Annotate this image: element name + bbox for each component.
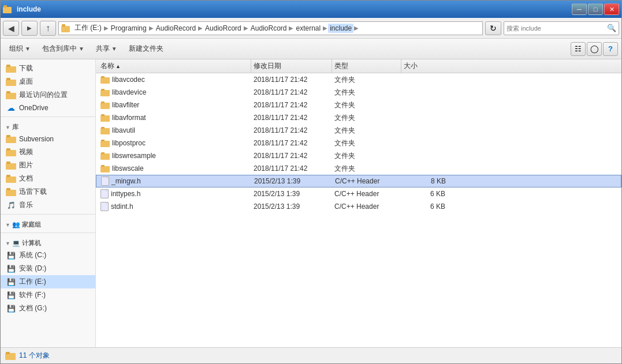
drive-d-icon: 💾: [5, 264, 17, 273]
file-icon: [100, 189, 109, 198]
table-row[interactable]: libswscale 2018/11/17 21:42 文件夹: [96, 162, 621, 175]
search-box[interactable]: 🔍: [504, 21, 619, 35]
table-row[interactable]: libswresample 2018/11/17 21:42 文件夹: [96, 149, 621, 162]
col-header-name[interactable]: 名称 ▲: [98, 59, 251, 73]
xunlei-icon: [5, 187, 17, 197]
table-row[interactable]: libavdevice 2018/11/17 21:42 文件夹: [96, 86, 621, 99]
onedrive-icon: ☁: [5, 103, 17, 112]
path-text-1[interactable]: Programing: [109, 24, 148, 33]
table-row[interactable]: stdint.h 2015/2/13 1:39 C/C++ Header 6 K…: [96, 200, 621, 213]
sidebar-section-computer[interactable]: ▼ 💻 计算机: [1, 235, 95, 249]
back-button[interactable]: ◀: [3, 21, 19, 36]
table-row[interactable]: _mingw.h 2015/2/13 1:39 C/C++ Header 8 K…: [96, 175, 621, 187]
path-text-2[interactable]: AudioRecord: [154, 24, 198, 33]
sidebar-item-pictures[interactable]: 图片: [1, 159, 95, 172]
path-segment-1[interactable]: Programing ▶: [109, 24, 154, 33]
search-input[interactable]: [506, 25, 607, 32]
sidebar-section-homegroup[interactable]: ▼ 👥 家庭组: [1, 217, 95, 230]
sidebar-item-music[interactable]: 🎵 音乐: [1, 198, 95, 212]
sidebar-item-recent[interactable]: 最近访问的位置: [1, 88, 95, 102]
path-text-5[interactable]: external: [294, 24, 322, 33]
up-button[interactable]: ↑: [40, 21, 56, 36]
search-icon[interactable]: 🔍: [607, 24, 616, 32]
address-path[interactable]: 工作 (E:) ▶ Programing ▶ AudioRecord ▶ Aud…: [58, 21, 483, 35]
organize-button[interactable]: 组织 ▼: [4, 41, 36, 57]
sidebar-divider-3: [1, 232, 95, 233]
file-name: inttypes.h: [98, 189, 251, 198]
view-button[interactable]: ☷: [571, 42, 586, 56]
table-row[interactable]: libavfilter 2018/11/17 21:42 文件夹: [96, 99, 621, 111]
help-button[interactable]: ?: [603, 42, 618, 56]
sidebar-item-drive-d[interactable]: 💾 安装 (D:): [1, 262, 95, 275]
path-segment-0[interactable]: 工作 (E:) ▶: [73, 22, 109, 33]
window-title: include: [17, 5, 41, 13]
table-row[interactable]: libavformat 2018/11/17 21:42 文件夹: [96, 111, 621, 124]
address-bar: ◀ ▶ ↑ 工作 (E:) ▶ Programing ▶ AudioRecord…: [1, 18, 621, 39]
include-arrow-icon: ▼: [79, 46, 84, 52]
sidebar-item-xunlei[interactable]: 迅雷下载: [1, 185, 95, 198]
col-header-size[interactable]: 大小: [401, 59, 448, 73]
file-type: 文件夹: [332, 88, 401, 97]
sidebar-item-drive-c[interactable]: 💾 系统 (C:): [1, 249, 95, 262]
close-button[interactable]: ✕: [604, 3, 619, 15]
table-row[interactable]: libavcodec 2018/11/17 21:42 文件夹: [96, 73, 621, 86]
col-header-date[interactable]: 修改日期: [251, 59, 332, 73]
folder-icon: [100, 165, 110, 172]
path-segment-4[interactable]: AudioRcord ▶: [249, 24, 295, 33]
sidebar-item-subversion[interactable]: Subversion: [1, 133, 95, 145]
sidebar-item-downloads[interactable]: 下载: [1, 62, 95, 75]
file-date: 2018/11/17 21:42: [251, 88, 332, 96]
view-toggle-button[interactable]: ◯: [587, 42, 602, 56]
file-size: 6 KB: [401, 190, 448, 198]
sidebar-item-documents[interactable]: 文档: [1, 172, 95, 185]
title-bar-buttons: ─ □ ✕: [572, 3, 619, 15]
sidebar-section-libraries[interactable]: ▼ 库: [1, 119, 95, 133]
path-text-3[interactable]: AudioRcord: [203, 24, 243, 33]
title-bar-folder-icon: [3, 5, 12, 14]
status-count: 11 个对象: [19, 351, 50, 361]
file-size: 8 KB: [402, 177, 448, 185]
include-in-library-button[interactable]: 包含到库中 ▼: [37, 41, 90, 57]
status-bar: 11 个对象: [1, 347, 621, 363]
forward-button[interactable]: ▶: [21, 21, 38, 36]
sidebar-item-video[interactable]: 视频: [1, 145, 95, 159]
path-text-0[interactable]: 工作 (E:): [73, 22, 103, 33]
file-name: libswscale: [98, 164, 251, 172]
new-folder-button[interactable]: 新建文件夹: [124, 41, 169, 57]
table-row[interactable]: inttypes.h 2015/2/13 1:39 C/C++ Header 6…: [96, 187, 621, 200]
file-date: 2018/11/17 21:42: [251, 114, 332, 122]
path-segment-2[interactable]: AudioRecord ▶: [154, 24, 203, 33]
window: include ─ □ ✕ ◀ ▶ ↑ 工作 (E:) ▶ Programing…: [0, 0, 622, 364]
downloads-icon: [5, 64, 17, 73]
status-left: 11 个对象: [5, 351, 50, 361]
share-button[interactable]: 共享 ▼: [91, 41, 122, 57]
path-segment-6[interactable]: include ▶: [328, 24, 359, 33]
sidebar: 下载 桌面 最近访问的位置 ☁ OneDrive ▼ 库: [1, 59, 96, 347]
minimize-button[interactable]: ─: [572, 3, 587, 15]
file-date: 2018/11/17 21:42: [251, 164, 332, 172]
file-date: 2018/11/17 21:42: [251, 152, 332, 160]
file-date: 2018/11/17 21:42: [251, 126, 332, 134]
file-type: 文件夹: [332, 151, 401, 161]
sidebar-item-desktop[interactable]: 桌面: [1, 75, 95, 88]
folder-icon: [100, 89, 110, 96]
path-text-6[interactable]: include: [328, 24, 353, 33]
table-row[interactable]: libpostproc 2018/11/17 21:42 文件夹: [96, 137, 621, 149]
table-row[interactable]: libavutil 2018/11/17 21:42 文件夹: [96, 124, 621, 137]
maximize-button[interactable]: □: [588, 3, 603, 15]
sidebar-item-drive-f[interactable]: 💾 软件 (F:): [1, 288, 95, 302]
refresh-button[interactable]: ↻: [485, 21, 501, 35]
toolbar: 组织 ▼ 包含到库中 ▼ 共享 ▼ 新建文件夹 ☷ ◯ ?: [1, 39, 621, 59]
file-icon: [101, 177, 109, 186]
path-text-4[interactable]: AudioRcord: [249, 24, 289, 33]
sidebar-item-drive-e[interactable]: 💾 工作 (E:): [1, 275, 95, 288]
svg-rect-0: [3, 7, 12, 13]
path-segment-5[interactable]: external ▶: [294, 24, 328, 33]
sidebar-item-drive-g[interactable]: 💾 文档 (G:): [1, 302, 95, 315]
drive-f-icon: 💾: [5, 291, 17, 300]
desktop-icon: [5, 77, 17, 87]
file-name: stdint.h: [98, 202, 251, 211]
sidebar-item-onedrive[interactable]: ☁ OneDrive: [1, 102, 95, 114]
path-segment-3[interactable]: AudioRcord ▶: [203, 24, 249, 33]
col-header-type[interactable]: 类型: [332, 59, 401, 73]
